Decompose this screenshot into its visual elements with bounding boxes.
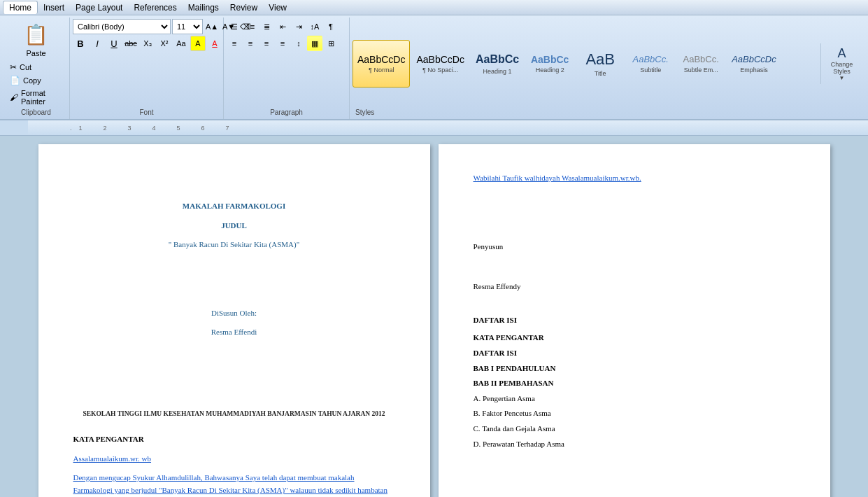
decrease-indent-button[interactable]: ⇤ <box>275 19 290 34</box>
increase-indent-button[interactable]: ⇥ <box>291 19 306 34</box>
page2-toc-title: DAFTAR ISI <box>474 314 795 327</box>
change-styles-button[interactable]: A Change Styles ▼ <box>820 43 862 84</box>
copy-button[interactable]: 📄 Copy <box>7 74 65 87</box>
style-nospace-preview: AaBbCcDc <box>416 54 464 66</box>
clipboard-section: 📋 Paste ✂ Cut 📄 Copy 🖌 Format Painter Cl… <box>3 18 70 119</box>
format-painter-button[interactable]: 🖌 Format Painter <box>7 88 65 107</box>
superscript-button[interactable]: X² <box>157 36 172 51</box>
page-2[interactable]: Wabilahi Taufik walhidayah Wasalamualaik… <box>439 144 830 497</box>
style-h1-label: Heading 1 <box>483 68 512 75</box>
paste-button[interactable]: 📋 Paste <box>7 20 65 60</box>
menu-view[interactable]: View <box>263 1 292 14</box>
subscript-button[interactable]: X₂ <box>140 36 155 51</box>
bold-button[interactable]: B <box>73 36 88 51</box>
page2-bab1: BAB I PENDAHULUAN <box>474 363 795 375</box>
style-h1-preview: AaBbCc <box>476 52 519 66</box>
paragraph-label: Paragraph <box>227 108 346 118</box>
cut-label: Cut <box>20 63 31 71</box>
page2-toc-b: B. Faktor Pencetus Asma <box>474 407 795 420</box>
style-emphasis-label: Emphasis <box>740 66 768 74</box>
page2-daftar-isi: DAFTAR ISI <box>474 347 795 360</box>
styles-gallery: AaBbCcDc ¶ Normal AaBbCcDc ¶ No Spaci...… <box>353 40 820 88</box>
increase-font-button[interactable]: A▲ <box>204 19 220 34</box>
change-case-button[interactable]: Aa <box>173 36 189 51</box>
style-subtitle-label: Subtitle <box>640 66 661 74</box>
ruler: . 1 2 3 4 5 6 7 <box>0 120 868 136</box>
style-emphasis-preview: AaBbCcDc <box>732 54 776 65</box>
cut-button[interactable]: ✂ Cut <box>7 61 65 74</box>
bullet-list-button[interactable]: ☰ <box>227 19 242 34</box>
style-emphasis[interactable]: AaBbCcDc Emphasis <box>727 40 781 88</box>
style-normal-label: ¶ Normal <box>369 66 394 74</box>
change-styles-label: Change Styles <box>831 61 853 75</box>
document-area: MAKALAH FARMAKOLOGI JUDUL " Banyak Racun… <box>0 136 868 497</box>
page1-section: KATA PENGANTAR <box>73 433 395 446</box>
menu-home[interactable]: Home <box>3 1 38 14</box>
page2-content: Wabilahi Taufik walhidayah Wasalamualaik… <box>474 172 795 450</box>
page1-composed-by: DiSusun Oleh: <box>73 307 395 320</box>
style-normal[interactable]: AaBbCcDc ¶ Normal <box>353 40 410 88</box>
menu-page-layout[interactable]: Page Layout <box>70 1 128 14</box>
copy-label: Copy <box>23 76 41 85</box>
style-subtitle-preview: AaBbCc. <box>633 54 669 65</box>
line-spacing-button[interactable]: ↕ <box>291 36 306 51</box>
page1-school: SEKOLAH TINGGI ILMU KESEHATAN MUHAMMADIY… <box>73 409 395 419</box>
font-size-select[interactable]: 11 <box>172 19 203 34</box>
page1-greeting: Assalamualaikum.wr. wb <box>73 453 395 465</box>
clipboard-buttons: 📋 Paste ✂ Cut 📄 Copy 🖌 Format Painter <box>6 19 66 108</box>
font-section: Calibri (Body) 11 A▲ A▼ ⌫ B I U abc X₂ X… <box>70 18 224 119</box>
font-family-select[interactable]: Calibri (Body) <box>73 19 171 34</box>
page1-author: Resma Effendi <box>73 326 395 339</box>
font-color-button[interactable]: A <box>207 36 222 51</box>
underline-button[interactable]: U <box>106 36 122 51</box>
style-subtle-label: Subtle Em... <box>684 66 718 74</box>
page2-closing: Wabilahi Taufik walhidayah Wasalamualaik… <box>474 172 795 185</box>
page-1[interactable]: MAKALAH FARMAKOLOGI JUDUL " Banyak Racun… <box>38 144 430 497</box>
page2-kata-pengantar: KATA PENGANTAR <box>474 332 795 344</box>
shading-button[interactable]: ▦ <box>307 36 322 51</box>
menu-review[interactable]: Review <box>225 1 263 14</box>
styles-label: Styles <box>353 108 862 118</box>
style-h2-preview: AaBbCc <box>531 54 569 66</box>
strikethrough-button[interactable]: abc <box>123 36 138 51</box>
ribbon: 📋 Paste ✂ Cut 📄 Copy 🖌 Format Painter Cl… <box>0 15 868 120</box>
style-title-preview: AaB <box>585 50 615 69</box>
style-nospace-label: ¶ No Spaci... <box>422 66 458 74</box>
number-list-button[interactable]: 1≡ <box>243 19 258 34</box>
style-heading1[interactable]: AaBbCc Heading 1 <box>471 40 524 88</box>
page1-body: Dengan mengucap Syukur Alhamdulillah, Ba… <box>73 472 395 497</box>
style-no-spacing[interactable]: AaBbCcDc ¶ No Spaci... <box>411 40 469 88</box>
page1-content: MAKALAH FARMAKOLOGI JUDUL " Banyak Racun… <box>73 200 395 497</box>
style-h2-label: Heading 2 <box>536 66 564 74</box>
format-painter-label: Format Painter <box>21 89 62 106</box>
borders-button[interactable]: ⊞ <box>323 36 339 51</box>
font-label: Font <box>73 108 220 118</box>
style-subtle-preview: AaBbCc. <box>683 54 719 65</box>
align-left-button[interactable]: ≡ <box>227 36 242 51</box>
page1-subject: " Banyak Racun Di Sekitar Kita (ASMA)" <box>73 239 395 251</box>
paste-label: Paste <box>26 49 45 57</box>
style-title[interactable]: AaB Title <box>576 40 625 88</box>
menu-insert[interactable]: Insert <box>38 1 70 14</box>
highlight-button[interactable]: A <box>190 36 206 51</box>
multilevel-list-button[interactable]: ≣ <box>259 19 274 34</box>
show-para-button[interactable]: ¶ <box>323 19 339 34</box>
sort-button[interactable]: ↕A <box>307 19 322 34</box>
style-heading2[interactable]: AaBbCc Heading 2 <box>525 40 574 88</box>
page2-toc-d: D. Perawatan Terhadap Asma <box>474 438 795 451</box>
align-center-button[interactable]: ≡ <box>243 36 258 51</box>
page2-toc-c: C. Tanda dan Gejala Asma <box>474 423 795 435</box>
align-right-button[interactable]: ≡ <box>259 36 274 51</box>
menu-mailings[interactable]: Mailings <box>183 1 225 14</box>
clipboard-label: Clipboard <box>6 108 66 118</box>
page2-toc-a: A. Pengertian Asma <box>474 393 795 405</box>
page2-bab2: BAB II PEMBAHASAN <box>474 377 795 390</box>
style-normal-preview: AaBbCcDc <box>357 54 405 66</box>
page2-penyusun: Penyusun <box>474 241 795 253</box>
menu-references[interactable]: References <box>128 1 182 14</box>
italic-button[interactable]: I <box>90 36 105 51</box>
style-subtle-em[interactable]: AaBbCc. Subtle Em... <box>676 40 725 88</box>
page1-title: MAKALAH FARMAKOLOGI <box>73 200 395 213</box>
style-subtitle[interactable]: AaBbCc. Subtitle <box>626 40 675 88</box>
justify-button[interactable]: ≡ <box>275 36 290 51</box>
